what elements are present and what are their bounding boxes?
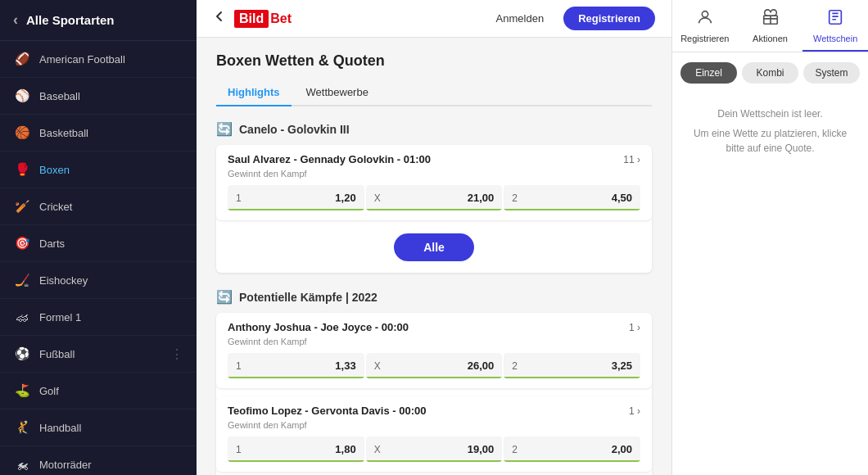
match-header-m2: Anthony Joshua - Joe Joyce - 00:00 1 ›: [216, 313, 652, 337]
sport-icon-motorrader: 🏍: [13, 455, 31, 473]
odds-row-m3: 1 1,80 X 19,00 2 2,00: [216, 437, 652, 472]
sidebar-item-darts[interactable]: 🎯 Darts: [0, 225, 197, 262]
right-nav-registrieren[interactable]: Registrieren: [672, 0, 738, 52]
match-title-m2: Anthony Joshua - Joe Joyce - 00:00: [228, 321, 409, 333]
match-count-m2: 1 ›: [629, 322, 640, 333]
match-header-m1: Saul Alvarez - Gennady Golovkin - 01:00 …: [216, 145, 652, 169]
odds-btn-m2-X[interactable]: X 26,00: [366, 353, 503, 378]
odds-btn-m3-2[interactable]: 2 2,00: [504, 437, 640, 462]
odds-btn-m3-X[interactable]: X 19,00: [366, 437, 503, 462]
sidebar-item-eishockey[interactable]: 🏒 Eishockey: [0, 262, 197, 299]
sport-icon-american-football: 🏈: [13, 50, 31, 68]
top-nav: Bild Bet Anmelden Registrieren: [197, 0, 671, 38]
right-panel-nav: Registrieren Aktionen Wettschein: [672, 0, 868, 52]
svg-point-0: [702, 11, 708, 17]
sidebar-item-label-boxen: Boxen: [39, 164, 183, 176]
alle-button[interactable]: Alle: [394, 233, 474, 261]
section-header-canelo: 🔄 Canelo - Golovkin III: [216, 121, 652, 137]
sidebar-item-cricket[interactable]: 🏏 Cricket: [0, 188, 197, 225]
wettschein-tabs: Einzel Kombi System: [672, 52, 868, 90]
matches-wrapper-potentielle: Anthony Joshua - Joe Joyce - 00:00 1 › G…: [216, 313, 652, 475]
sidebar-item-label-fussball: Fußball: [39, 348, 170, 360]
sidebar: ‹ Alle Sportarten 🏈 American Football ⚾ …: [0, 0, 197, 475]
matches-wrapper-canelo: Saul Alvarez - Gennady Golovkin - 01:00 …: [216, 145, 652, 273]
section-header-potentielle: 🔄 Potentielle Kämpfe | 2022: [216, 289, 652, 305]
brand-logo: Bild Bet: [234, 10, 292, 28]
match-title-m3: Teofimo Lopez - Gervonta Davis - 00:00: [228, 405, 426, 417]
login-button[interactable]: Anmelden: [486, 7, 554, 29]
register-button[interactable]: Registrieren: [563, 7, 655, 30]
sidebar-item-label-baseball: Baseball: [39, 90, 183, 102]
alle-btn-wrapper: Alle: [216, 228, 652, 273]
sidebar-back-icon[interactable]: ‹: [13, 11, 18, 29]
logo-bild: Bild: [234, 10, 269, 28]
page-area: Boxen Wetten & Quoten Highlights Wettbew…: [197, 38, 671, 475]
right-nav-aktionen-label: Aktionen: [753, 34, 788, 43]
nav-back-icon[interactable]: [213, 10, 226, 27]
wettschein-tab-einzel[interactable]: Einzel: [680, 62, 737, 84]
sidebar-item-label-motorrader: Motorräder: [39, 459, 183, 471]
sidebar-item-fussball[interactable]: ⚽ Fußball ⋮: [0, 336, 197, 373]
match-card-m2: Anthony Joshua - Joe Joyce - 00:00 1 › G…: [216, 313, 652, 388]
tab-highlights[interactable]: Highlights: [216, 81, 292, 106]
match-header-m3: Teofimo Lopez - Gervonta Davis - 00:00 1…: [216, 396, 652, 420]
match-subtitle-m1: Gewinnt den Kampf: [216, 169, 652, 185]
sidebar-item-label-basketball: Basketball: [39, 127, 183, 139]
odds-btn-m1-X[interactable]: X 21,00: [366, 185, 503, 210]
sidebar-item-formel1[interactable]: 🏎 Formel 1: [0, 299, 197, 336]
main-content: Bild Bet Anmelden Registrieren Boxen Wet…: [197, 0, 671, 475]
sidebar-item-baseball[interactable]: ⚾ Baseball: [0, 78, 197, 115]
gift-icon: [762, 8, 780, 30]
odds-row-m2: 1 1,33 X 26,00 2 3,25: [216, 353, 652, 388]
sport-icon-fussball: ⚽: [13, 345, 31, 363]
right-nav-wettschein[interactable]: Wettschein: [802, 0, 868, 52]
odds-btn-m3-1[interactable]: 1 1,80: [228, 437, 364, 462]
more-icon: ⋮: [170, 346, 183, 362]
ticket-icon: [826, 8, 844, 30]
sport-icon-handball: 🤾: [13, 418, 31, 437]
sidebar-item-label-eishockey: Eishockey: [39, 274, 183, 287]
odds-btn-m1-2[interactable]: 2 4,50: [504, 185, 640, 210]
sport-icon-darts: 🎯: [13, 234, 31, 252]
wettschein-empty-line2: Um eine Wette zu platzieren, klicke bitt…: [684, 126, 857, 156]
odds-btn-m2-2[interactable]: 2 3,25: [504, 353, 640, 378]
sidebar-item-label-cricket: Cricket: [39, 201, 183, 213]
match-card-m1: Saul Alvarez - Gennady Golovkin - 01:00 …: [216, 145, 652, 220]
right-nav-aktionen[interactable]: Aktionen: [738, 0, 803, 52]
odds-btn-m1-1[interactable]: 1 1,20: [228, 185, 364, 210]
sport-icon-golf: ⛳: [13, 382, 31, 400]
right-nav-registrieren-label: Registrieren: [680, 34, 729, 43]
match-count-m1: 11 ›: [623, 154, 640, 165]
sport-icon-baseball: ⚾: [13, 87, 31, 105]
section-icon-canelo: 🔄: [216, 121, 233, 137]
tab-wettbewerbe[interactable]: Wettbewerbe: [295, 81, 380, 106]
section-canelo: 🔄 Canelo - Golovkin III Saul Alvarez - G…: [216, 121, 652, 273]
sidebar-item-golf[interactable]: ⛳ Golf: [0, 373, 197, 409]
match-card-m3: Teofimo Lopez - Gervonta Davis - 00:00 1…: [216, 396, 652, 472]
sport-icon-cricket: 🏏: [13, 197, 31, 215]
odds-row-m1: 1 1,20 X 21,00 2 4,50: [216, 185, 652, 220]
sidebar-title: Alle Sportarten: [26, 13, 115, 27]
wettschein-empty-line1: Dein Wettschein ist leer.: [684, 106, 857, 121]
section-potentielle: 🔄 Potentielle Kämpfe | 2022 Anthony Josh…: [216, 289, 652, 475]
sidebar-item-american-football[interactable]: 🏈 American Football: [0, 41, 197, 78]
sport-icon-boxen: 🥊: [13, 161, 31, 179]
sidebar-item-motorrader[interactable]: 🏍 Motorräder: [0, 446, 197, 475]
sport-icon-formel1: 🏎: [13, 308, 31, 326]
sport-icon-eishockey: 🏒: [13, 271, 31, 289]
wettschein-tab-kombi[interactable]: Kombi: [742, 62, 798, 84]
odds-btn-m2-1[interactable]: 1 1,33: [228, 353, 364, 378]
sidebar-item-boxen[interactable]: 🥊 Boxen: [0, 152, 197, 188]
sidebar-item-basketball[interactable]: 🏀 Basketball: [0, 115, 197, 152]
svg-rect-2: [830, 11, 842, 25]
sidebar-item-handball[interactable]: 🤾 Handball: [0, 409, 197, 446]
wettschein-empty: Dein Wettschein ist leer. Um eine Wette …: [672, 90, 868, 172]
sidebar-item-label-handball: Handball: [39, 422, 183, 434]
section-title-potentielle: Potentielle Kämpfe | 2022: [239, 291, 377, 304]
match-subtitle-m2: Gewinnt den Kampf: [216, 337, 652, 353]
wettschein-tab-system[interactable]: System: [803, 62, 860, 84]
sport-icon-basketball: 🏀: [13, 124, 31, 142]
right-nav-wettschein-label: Wettschein: [813, 34, 857, 43]
person-icon: [696, 8, 714, 30]
match-subtitle-m3: Gewinnt den Kampf: [216, 420, 652, 437]
